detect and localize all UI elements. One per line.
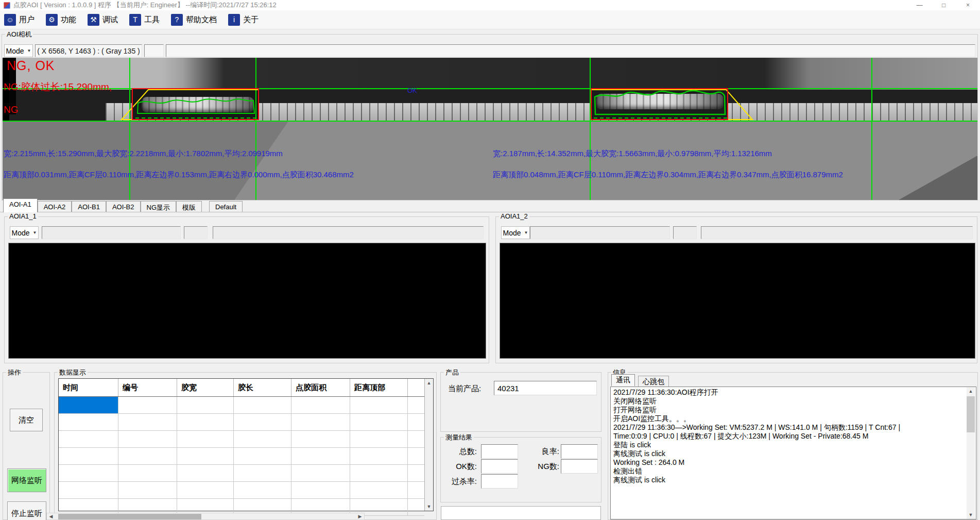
- scroll-left-icon[interactable]: ◀: [47, 513, 55, 519]
- stop-listen-button[interactable]: 停止监听: [7, 501, 46, 520]
- close-button[interactable]: ×: [956, 0, 980, 10]
- log-vertical-scrollbar[interactable]: ▲ ▼: [967, 387, 975, 519]
- table-horizontal-scrollbar[interactable]: ◀ ▶: [46, 513, 365, 520]
- table-cell[interactable]: [408, 397, 424, 413]
- table-cell[interactable]: [408, 431, 424, 447]
- toolbar-button-function-gear[interactable]: ⚙功能: [46, 14, 76, 26]
- table-vertical-scrollbar[interactable]: ▲ ▼: [424, 379, 433, 511]
- subview-left-mode-dropdown[interactable]: Mode ▼: [10, 226, 39, 239]
- table-cell[interactable]: [234, 448, 291, 464]
- column-header-5[interactable]: 点胶面积: [291, 379, 350, 396]
- tab-default[interactable]: Default: [209, 201, 243, 212]
- table-cell[interactable]: [291, 482, 350, 498]
- table-cell[interactable]: [234, 414, 291, 430]
- table-cell[interactable]: [291, 465, 350, 481]
- column-header-3[interactable]: 胶宽: [177, 379, 234, 396]
- tab-aoi-b2[interactable]: AOI-B2: [106, 201, 141, 212]
- table-cell[interactable]: [118, 414, 177, 430]
- window-title: 点胶AOI [ Version : 1.0.0.9 ] 程序 【当前用户: En…: [13, 1, 277, 10]
- table-cell[interactable]: [177, 465, 234, 481]
- tab-[interactable]: 模版: [176, 201, 202, 212]
- scroll-right-icon[interactable]: ▶: [356, 513, 364, 519]
- toolbar-button-user[interactable]: ☺用户: [4, 14, 35, 26]
- column-header-6[interactable]: 距离顶部: [350, 379, 408, 396]
- total-field[interactable]: [481, 444, 518, 459]
- toolbar-button-help[interactable]: ?帮助文档: [171, 14, 217, 26]
- tab-aoi-a1[interactable]: AOI-A1: [3, 198, 38, 212]
- scroll-up-icon[interactable]: ▲: [425, 379, 433, 387]
- table-cell[interactable]: [291, 431, 350, 447]
- minimize-button[interactable]: —: [907, 0, 932, 10]
- column-header-2[interactable]: 编号: [118, 379, 177, 396]
- table-cell-selected[interactable]: [59, 397, 118, 413]
- scroll-down-icon[interactable]: ▼: [967, 511, 975, 519]
- table-cell[interactable]: [350, 465, 408, 481]
- toolbar-button-tools[interactable]: T工具: [129, 14, 160, 26]
- subview-right-field-2: [673, 226, 697, 239]
- table-cell[interactable]: [59, 448, 118, 464]
- table-cell[interactable]: [234, 482, 291, 498]
- subview-right-mode-dropdown[interactable]: Mode ▼: [501, 226, 530, 239]
- overkill-field[interactable]: [481, 474, 518, 489]
- maximize-button[interactable]: □: [932, 0, 956, 10]
- table-cell[interactable]: [408, 499, 424, 515]
- horizontal-scroll-thumb[interactable]: [58, 514, 201, 519]
- clear-button[interactable]: 清空: [10, 409, 43, 431]
- table-cell[interactable]: [350, 431, 408, 447]
- table-cell[interactable]: [59, 482, 118, 498]
- table-cell[interactable]: [118, 431, 177, 447]
- table-cell[interactable]: [177, 397, 234, 413]
- log-line: 打开网络监听: [613, 406, 965, 414]
- table-cell[interactable]: [291, 414, 350, 430]
- table-cell[interactable]: [350, 414, 408, 430]
- table-cell[interactable]: [59, 414, 118, 430]
- info-tab-heartbeat[interactable]: 心跳包: [638, 376, 669, 388]
- table-cell[interactable]: [350, 448, 408, 464]
- table-cell[interactable]: [408, 482, 424, 498]
- table-cell[interactable]: [408, 414, 424, 430]
- column-header-1[interactable]: 时间: [59, 379, 118, 396]
- scroll-up-icon[interactable]: ▲: [967, 387, 975, 395]
- table-cell[interactable]: [118, 482, 177, 498]
- table-cell[interactable]: [350, 482, 408, 498]
- table-cell[interactable]: [177, 482, 234, 498]
- table-cell[interactable]: [234, 465, 291, 481]
- table-cell[interactable]: [408, 465, 424, 481]
- table-cell[interactable]: [177, 414, 234, 430]
- table-cell[interactable]: [118, 465, 177, 481]
- toolbar-button-debug-wrench[interactable]: ⚒调试: [88, 14, 118, 26]
- subview-right-image[interactable]: [500, 243, 975, 359]
- camera-field-3: [166, 44, 975, 57]
- table-cell[interactable]: [408, 448, 424, 464]
- app-icon: [4, 2, 10, 9]
- column-header-4[interactable]: 胶长: [234, 379, 291, 396]
- camera-image[interactable]: NG, OK NG:胶体过长:15.290mm, NG OK 宽:2.215mm…: [3, 58, 977, 200]
- table-cell[interactable]: [234, 397, 291, 413]
- tab-aoi-a2[interactable]: AOI-A2: [38, 201, 72, 212]
- table-cell[interactable]: [59, 431, 118, 447]
- table-cell[interactable]: [350, 397, 408, 413]
- info-log[interactable]: 2021/7/29 11:36:30:AOI程序打开关闭网络监听打开网络监听开启…: [610, 387, 976, 519]
- ng-count-field[interactable]: [561, 459, 598, 474]
- scroll-down-icon[interactable]: ▼: [425, 502, 433, 511]
- table-cell[interactable]: [118, 397, 177, 413]
- current-product-field[interactable]: 40231: [494, 381, 597, 395]
- table-cell[interactable]: [59, 465, 118, 481]
- table-cell[interactable]: [291, 448, 350, 464]
- tab-aoi-b1[interactable]: AOI-B1: [72, 201, 106, 212]
- current-product-label: 当前产品:: [448, 384, 481, 394]
- info-tab-comm[interactable]: 通讯: [611, 374, 635, 386]
- table-cell[interactable]: [234, 431, 291, 447]
- network-listen-button[interactable]: 网络监听: [7, 468, 46, 492]
- tab-ng[interactable]: NG显示: [141, 201, 177, 212]
- table-cell[interactable]: [177, 431, 234, 447]
- camera-mode-dropdown[interactable]: Mode ▼: [4, 44, 33, 57]
- log-scroll-thumb[interactable]: [967, 396, 975, 432]
- table-cell[interactable]: [118, 448, 177, 464]
- table-cell[interactable]: [291, 397, 350, 413]
- yield-field[interactable]: [561, 444, 598, 459]
- table-cell[interactable]: [177, 448, 234, 464]
- subview-left-image[interactable]: [8, 243, 486, 359]
- toolbar-button-about[interactable]: i关于: [228, 14, 259, 26]
- ok-count-field[interactable]: [481, 459, 518, 474]
